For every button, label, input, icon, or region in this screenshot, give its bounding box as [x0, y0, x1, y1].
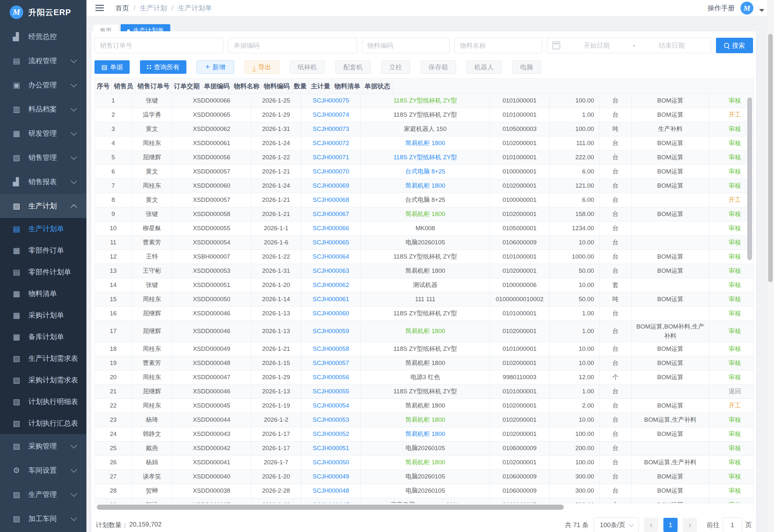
doc-code-link[interactable]: SCJH000075: [313, 96, 349, 105]
doc-code-link[interactable]: SCJH000055: [313, 387, 349, 396]
sidebar-subitem[interactable]: 采购计划单: [0, 304, 86, 326]
doc-code-link[interactable]: SCJH000049: [313, 472, 349, 481]
cell-quantity: 121.00: [550, 179, 600, 193]
toolbar-button[interactable]: 机器人: [466, 60, 502, 74]
doc-code-link[interactable]: SCJH000052: [313, 429, 349, 439]
toolbar-button[interactable]: 新增: [197, 60, 234, 74]
toolbar-button[interactable]: 纸杯机: [290, 60, 325, 74]
doc-code-link[interactable]: SCJH000070: [313, 167, 349, 176]
tab-active-label: 生产计划单: [133, 26, 164, 31]
page-size-select[interactable]: 100条/页: [594, 517, 639, 532]
next-page-button[interactable]: ›: [683, 518, 697, 532]
sidebar-item-production-plan[interactable]: 生产计划: [0, 194, 86, 218]
sidebar-item[interactable]: 办公管理: [0, 73, 86, 97]
sidebar-subitem[interactable]: 计划执行明细表: [0, 391, 86, 412]
sidebar-subitem[interactable]: 物料清单: [0, 283, 86, 304]
tab-production-plan-order[interactable]: 生产计划单: [121, 24, 170, 31]
sidebar-item[interactable]: 流程管理: [0, 49, 86, 73]
manual-link[interactable]: 操作手册: [708, 4, 735, 13]
doc-code-link[interactable]: SCJH000063: [313, 266, 349, 276]
doc-code-link[interactable]: SCJH000072: [313, 139, 349, 148]
doc-code-link[interactable]: SCJH000069: [313, 181, 349, 191]
doc-code-link[interactable]: SCJH000058: [313, 344, 349, 354]
sidebar-item[interactable]: 采购管理: [0, 434, 86, 458]
toolbar-button[interactable]: 配套机: [335, 60, 371, 74]
cell-unit: 台: [600, 222, 632, 235]
breadcrumb-production-plan[interactable]: 生产计划: [140, 4, 167, 13]
doc-code-link[interactable]: SCJH000066: [313, 224, 349, 233]
cell-seller: 曹素芳: [132, 236, 172, 250]
toolbar-button-label: 新增: [213, 63, 225, 72]
cell-sales-order: XSDD000041: [172, 456, 251, 469]
status-badge: 审核: [729, 139, 741, 148]
toolbar-button[interactable]: 导出: [244, 60, 279, 74]
sidebar-item[interactable]: 加工车间: [0, 507, 86, 531]
breadcrumb-home[interactable]: 首页: [115, 4, 129, 13]
toolbar-button[interactable]: 保存箱: [421, 60, 456, 74]
tab-home[interactable]: 首页: [93, 24, 119, 31]
doc-code-link[interactable]: SCJH000064: [313, 252, 349, 261]
doc-code-link[interactable]: SCJH000050: [313, 458, 349, 467]
table-vertical-scrollbar-thumb[interactable]: [747, 97, 752, 260]
doc-code-link[interactable]: SCJH000048: [313, 486, 349, 496]
prev-page-button[interactable]: ‹: [644, 518, 658, 532]
sidebar-subitem[interactable]: 零部件订单: [0, 240, 86, 261]
doc-code-link[interactable]: SCJH000053: [313, 415, 349, 425]
doc-code-link[interactable]: SCJH000073: [313, 124, 349, 134]
doc-code-link[interactable]: SCJH000061: [313, 295, 349, 304]
collapse-sidebar-icon[interactable]: [95, 5, 104, 11]
doc-code-input[interactable]: [228, 38, 357, 53]
cell-sales-order: XSBH000007: [172, 250, 251, 264]
material-code-input[interactable]: [362, 38, 450, 53]
user-dropdown-caret-icon[interactable]: [759, 9, 764, 12]
sales-order-input[interactable]: [94, 38, 223, 53]
avatar[interactable]: M: [740, 2, 753, 15]
table-horizontal-scrollbar-thumb[interactable]: [97, 505, 564, 510]
cell-due-date: 2026-1-19: [251, 399, 301, 413]
material-name-input[interactable]: [454, 38, 542, 53]
sidebar-subitem[interactable]: 生产计划单: [0, 218, 86, 240]
sidebar-subitem[interactable]: 生产计划需求表: [0, 348, 86, 369]
toolbar-button[interactable]: 查询所有: [140, 60, 186, 74]
sidebar-item[interactable]: 料品档案: [0, 97, 86, 121]
cell-bom-list: BOM运算: [632, 151, 709, 164]
search-button[interactable]: 搜索: [716, 38, 753, 53]
doc-code-link[interactable]: SCJH000051: [313, 444, 349, 453]
sidebar-subitem[interactable]: 零部件计划单: [0, 261, 86, 283]
doc-code-link[interactable]: SCJH000067: [313, 210, 349, 219]
doc-code-link[interactable]: SCJH000065: [313, 238, 349, 247]
toolbar-button[interactable]: 单据: [94, 60, 130, 74]
doc-code-link[interactable]: SCJH000060: [313, 309, 349, 318]
sidebar-item[interactable]: 车间设置: [0, 458, 86, 482]
doc-code-link[interactable]: SCJH000059: [313, 327, 349, 336]
cell-bom-list: BOM运算: [632, 108, 709, 122]
goto-page-input[interactable]: [723, 517, 742, 532]
cell-material-name: 118S ZY型纸杯机 ZY型: [361, 94, 490, 108]
sidebar-subitem[interactable]: 采购计划需求表: [0, 369, 86, 391]
page-scrollbar-thumb[interactable]: [768, 34, 773, 282]
sidebar-item[interactable]: 研发管理: [0, 121, 86, 145]
sidebar-subitem[interactable]: 计划执行汇总表: [0, 412, 86, 434]
table-row: 5 屈继辉 XSDD000056 2026-1-22 SCJH000071 11…: [95, 151, 754, 165]
current-page-button[interactable]: 1: [663, 518, 678, 532]
cell-due-date: 2026-1-17: [251, 427, 301, 441]
sidebar-item[interactable]: 销售管理: [0, 145, 86, 170]
doc-code-link[interactable]: SCJH000074: [313, 110, 349, 120]
doc-code-link[interactable]: SCJH000062: [313, 281, 349, 290]
doc-code-link[interactable]: SCJH000057: [313, 359, 349, 368]
toolbar-button[interactable]: 立柱: [381, 60, 410, 74]
sidebar-item[interactable]: 生产管理: [0, 482, 86, 507]
sidebar-subitem[interactable]: 备库计划单: [0, 326, 86, 348]
sidebar-item[interactable]: 销售报表: [0, 170, 86, 194]
doc-code-link[interactable]: SCJH000054: [313, 401, 349, 410]
cell-status: 审核: [709, 278, 754, 292]
toolbar-button[interactable]: 电脑: [512, 60, 541, 74]
doc-code-link[interactable]: SCJH000056: [313, 373, 349, 382]
cell-bom-list: BOM运算: [632, 427, 709, 441]
cell-material-name: 简易机柜 1800: [361, 207, 490, 221]
doc-code-link[interactable]: SCJH000071: [313, 153, 349, 162]
doc-code-link[interactable]: SCJH000068: [313, 195, 349, 205]
sidebar-item[interactable]: 经营总控: [0, 25, 86, 49]
date-range-picker[interactable]: 开始日期 - 结束日期: [547, 38, 711, 53]
cell-bom-list: BOM运算: [632, 370, 709, 384]
